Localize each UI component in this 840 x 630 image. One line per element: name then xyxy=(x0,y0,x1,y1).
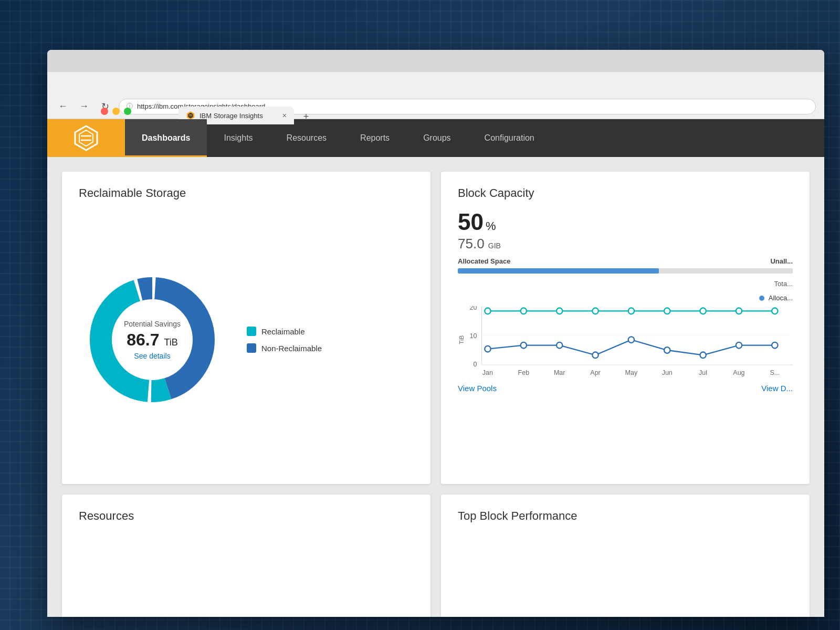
alloca-label: Alloca... xyxy=(769,294,793,302)
svg-point-24 xyxy=(664,308,670,314)
svg-marker-5 xyxy=(79,130,93,146)
legend-non-reclaimable: Non-Reclaimable xyxy=(247,343,322,353)
svg-point-26 xyxy=(736,308,742,314)
svg-text:10: 10 xyxy=(470,332,477,340)
capacity-gib: 75.0 GIB xyxy=(458,236,793,252)
minimize-window-button[interactable] xyxy=(112,108,120,115)
capacity-progress-bar xyxy=(458,268,793,274)
svg-text:20: 20 xyxy=(470,306,477,311)
svg-point-34 xyxy=(700,352,706,359)
nav-items: Dashboards Insights Resources Reports Gr… xyxy=(125,119,824,157)
nav-resources[interactable]: Resources xyxy=(270,119,343,157)
chart-legend: Reclaimable Non-Reclaimable xyxy=(247,327,322,353)
resources-title: Resources xyxy=(79,509,414,523)
svg-text:Apr: Apr xyxy=(590,369,601,376)
svg-text:Jan: Jan xyxy=(482,369,493,376)
svg-text:S...: S... xyxy=(770,369,780,376)
svg-point-22 xyxy=(592,308,598,314)
back-button[interactable]: ← xyxy=(56,99,70,114)
donut-area: Potential Savings 86.7 TiB See details R… xyxy=(79,211,414,469)
reclaimable-title: Reclaimable Storage xyxy=(79,186,414,200)
capacity-labels: Allocated Space Unall... xyxy=(458,257,793,265)
close-window-button[interactable] xyxy=(101,108,108,115)
forward-button[interactable]: → xyxy=(77,99,91,114)
svg-point-32 xyxy=(628,337,634,343)
svg-point-33 xyxy=(664,347,670,353)
perf-title: Top Block Performance xyxy=(458,509,793,523)
capacity-percent-value: 50 xyxy=(458,211,484,234)
ibm-logo-icon xyxy=(72,124,100,152)
app-content: Dashboards Insights Resources Reports Gr… xyxy=(47,119,824,617)
svg-point-35 xyxy=(736,342,742,349)
tab-title: IBM Storage Insights xyxy=(200,112,278,120)
maximize-window-button[interactable] xyxy=(124,108,131,115)
svg-text:Feb: Feb xyxy=(518,369,530,376)
allocated-label: Allocated Space xyxy=(458,257,510,265)
tab-bar xyxy=(47,50,824,72)
unallocated-label: Unall... xyxy=(770,257,793,265)
browser-window: IBM Storage Insights × + ← → ↻ ⓘ https:/… xyxy=(47,50,824,617)
svg-point-19 xyxy=(485,308,490,314)
svg-point-30 xyxy=(556,342,562,349)
capacity-title: Block Capacity xyxy=(458,186,793,200)
donut-center: Potential Savings 86.7 TiB See details xyxy=(124,320,181,360)
donut-chart-wrapper: Potential Savings 86.7 TiB See details xyxy=(79,266,226,413)
reclaimable-storage-card: Reclaimable Storage Po xyxy=(62,172,430,484)
nav-insights[interactable]: Insights xyxy=(207,119,269,157)
svg-point-36 xyxy=(772,342,778,349)
svg-point-28 xyxy=(485,346,490,352)
capacity-percent-symbol: % xyxy=(486,219,496,233)
svg-text:0: 0 xyxy=(473,361,477,368)
svg-text:Mar: Mar xyxy=(554,369,565,376)
view-pools-link[interactable]: View Pools xyxy=(458,384,497,393)
svg-point-27 xyxy=(772,308,778,314)
capacity-card-footer: View Pools View D... xyxy=(458,384,793,393)
svg-text:TiB: TiB xyxy=(459,335,465,344)
capacity-progress-fill xyxy=(458,268,659,274)
window-controls xyxy=(101,108,131,115)
see-details-link[interactable]: See details xyxy=(124,352,181,360)
legend-reclaimable: Reclaimable xyxy=(247,327,322,336)
line-chart: 20 10 0 TiB xyxy=(458,306,793,380)
svg-text:Jun: Jun xyxy=(662,369,673,376)
tab-close-button[interactable]: × xyxy=(282,111,287,120)
nav-groups[interactable]: Groups xyxy=(406,119,467,157)
svg-point-29 xyxy=(521,342,527,349)
donut-label: Potential Savings xyxy=(124,320,181,328)
top-navigation: Dashboards Insights Resources Reports Gr… xyxy=(47,119,824,157)
svg-text:Aug: Aug xyxy=(733,369,744,376)
resources-card: Resources xyxy=(62,495,430,617)
chart-area-legend: Alloca... xyxy=(458,294,793,302)
svg-point-21 xyxy=(556,308,562,314)
top-block-performance-card: Top Block Performance xyxy=(441,495,810,617)
nav-configuration[interactable]: Configuration xyxy=(468,119,551,157)
legend-non-reclaimable-label: Non-Reclaimable xyxy=(261,344,322,353)
block-capacity-card: Block Capacity 50 % 75.0 GIB Allocated S… xyxy=(441,172,810,484)
svg-point-31 xyxy=(592,352,598,359)
logo-area xyxy=(47,119,125,157)
svg-point-25 xyxy=(700,308,706,314)
donut-value: 86.7 TiB xyxy=(124,330,181,350)
non-reclaimable-color xyxy=(247,343,256,353)
svg-point-23 xyxy=(628,308,634,314)
svg-text:Jul: Jul xyxy=(699,369,707,376)
alloca-dot xyxy=(759,296,764,301)
dashboard-grid: Reclaimable Storage Po xyxy=(47,157,824,617)
nav-dashboards[interactable]: Dashboards xyxy=(125,119,207,157)
legend-reclaimable-label: Reclaimable xyxy=(261,327,305,336)
reclaimable-color xyxy=(247,327,256,336)
svg-text:May: May xyxy=(625,369,638,376)
nav-reports[interactable]: Reports xyxy=(343,119,406,157)
svg-point-20 xyxy=(521,308,527,314)
view-d-link[interactable]: View D... xyxy=(761,384,793,393)
line-chart-svg: 20 10 0 TiB xyxy=(458,306,793,380)
total-label: Tota... xyxy=(458,280,793,288)
